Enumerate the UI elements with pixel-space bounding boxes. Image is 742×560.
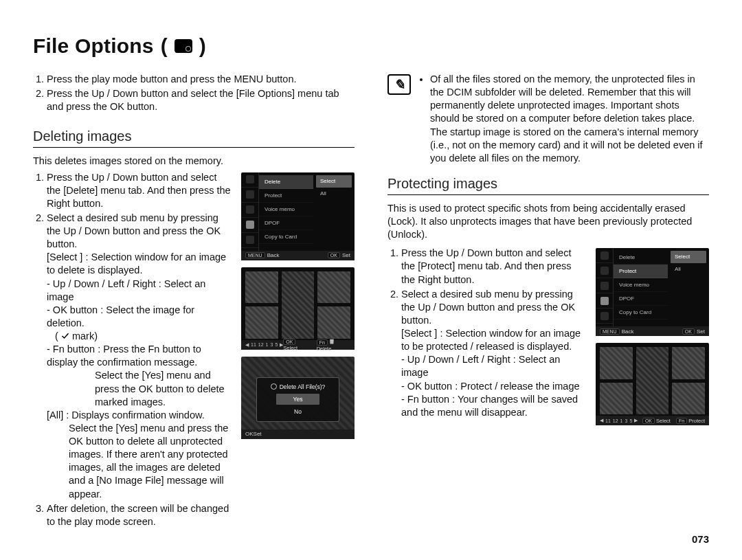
thumb-footer: ◀ 11 12 1 3 5 ▶ OK Select Fn Pr (596, 416, 709, 425)
deleting-text: Press the Up / Down button and select th… (33, 171, 233, 530)
option-select: Select (316, 175, 352, 188)
lcd-footer: MENUBack OKSet (241, 251, 355, 260)
page-num: 11 (605, 418, 611, 423)
deleting-step-1: Press the Up / Down button and select th… (47, 171, 233, 210)
note-text: Of all the files stored on the memory, t… (419, 73, 709, 165)
protecting-step-1: Press the Up / Down button and select th… (401, 247, 587, 286)
page-title-row: File Options ( ) (33, 34, 709, 58)
info-icon (271, 383, 277, 390)
tab-icon (600, 267, 609, 275)
menu-row-dpof: DPOF (614, 292, 668, 306)
protecting-fn-line: - Fn button : Your changes will be saved… (401, 393, 587, 419)
lcd-footer: MENUBack OKSet (596, 326, 709, 336)
option-all: All (316, 188, 352, 200)
page-num: 11 (251, 342, 256, 347)
set-label: Set (254, 431, 262, 437)
left-column: Press the play mode button and press the… (33, 73, 355, 530)
protecting-ok-line: - OK button : Protect / release the imag… (401, 380, 587, 393)
protecting-heading: Protecting images (387, 176, 709, 195)
ok-button-label: OK (642, 418, 655, 424)
thumbnail (245, 271, 278, 304)
deleting-ok-line-b: ( mark) (55, 330, 233, 343)
paren-open: ( (161, 34, 168, 58)
dialog-yes: Yes (276, 394, 319, 405)
dialog-no: No (257, 406, 339, 417)
lcd-menu-list: Delete Protect Voice memo DPOF Copy to C… (259, 172, 313, 251)
set-label: Set (697, 328, 705, 335)
page-number: 073 (692, 533, 709, 545)
thumbnail (600, 383, 633, 415)
protecting-step-2: Select a desired sub menu by pressing th… (401, 288, 587, 419)
deleting-ok-mark-text: mark) (72, 331, 98, 341)
lcd-delete-menu: Delete Protect Voice memo DPOF Copy to C… (241, 172, 355, 260)
thumbnail (245, 306, 278, 339)
deleting-step-2: Select a desired sub menu by pressing th… (47, 212, 233, 501)
deleting-step-2-main: Select a desired sub menu by pressing th… (47, 212, 221, 249)
ok-button-label: OK (328, 252, 340, 258)
confirm-dialog: Delete All File(s)? Yes No (256, 377, 339, 422)
back-label: Back (622, 328, 634, 335)
chevron-right-icon: ▶ (634, 418, 638, 423)
protecting-thumbnails: Delete Protect Voice memo DPOF Copy to C… (596, 248, 709, 425)
trash-icon (329, 338, 335, 344)
menu-row-protect: Protect (259, 189, 313, 203)
chevron-left-icon: ◀ (600, 418, 603, 423)
tab-icon (246, 205, 254, 214)
page-num: 3 (271, 342, 273, 347)
page-num: 1 (620, 418, 623, 423)
intro-step-1: Press the play mode button and press the… (47, 73, 355, 86)
page-numbers: ◀ 11 12 1 3 5 ▶ (245, 342, 283, 348)
lcd-thumbnail-select-protect: ◀ 11 12 1 3 5 ▶ OK Select Fn Pr (596, 343, 709, 425)
protecting-body: Press the Up / Down button and select th… (387, 247, 709, 425)
file-options-tab-icon (246, 221, 254, 229)
deleting-all-line-a: [All] : Displays confirmation window. (47, 409, 233, 422)
menu-row-delete: Delete (259, 175, 313, 189)
lcd-options: Select All (671, 251, 706, 276)
menu-row-voice-memo: Voice memo (259, 203, 313, 216)
page-num: 12 (258, 342, 264, 347)
protecting-lead: This is used to protect specific shots f… (387, 202, 709, 241)
lcd-thumbnail-select-delete: ◀ 11 12 1 3 5 ▶ OK Select Fn D (241, 267, 355, 350)
page-num: 1 (266, 342, 269, 347)
menu-row-delete: Delete (614, 251, 668, 265)
page-num: 12 (613, 418, 618, 423)
thumbnail-selected (636, 347, 669, 414)
deleting-ok-paren: ( (55, 331, 58, 341)
protecting-text: Press the Up / Down button and select th… (387, 247, 587, 421)
deleting-lead: This deletes images stored on the memory… (33, 155, 355, 168)
thumb-footer: ◀ 11 12 1 3 5 ▶ OK Select Fn D (241, 340, 355, 350)
paren-close: ) (199, 34, 206, 58)
dialog-title-text: Delete All File(s)? (280, 381, 326, 392)
option-select: Select (671, 251, 706, 263)
thumbnail (600, 347, 633, 379)
note-box: ✎ Of all the files stored on the memory,… (387, 73, 709, 165)
two-column-layout: Press the play mode button and press the… (33, 73, 709, 530)
right-column: ✎ Of all the files stored on the memory,… (387, 73, 709, 530)
note-bullet: Of all the files stored on the memory, t… (430, 73, 709, 165)
fn-button-label: Fn (317, 339, 328, 346)
checkmark-icon (61, 330, 69, 338)
deleting-nav-line: - Up / Down / Left / Right : Select an i… (47, 278, 233, 304)
intro-steps: Press the play mode button and press the… (33, 73, 355, 113)
tab-icon (600, 251, 609, 260)
protect-label: Protect (688, 418, 705, 424)
thumbnail-selected (282, 271, 315, 339)
select-label: Select (656, 418, 671, 424)
page-num: 3 (625, 418, 628, 423)
menu-row-dpof: DPOF (259, 216, 313, 230)
page: File Options ( ) Press the play mode but… (0, 0, 742, 560)
deleting-thumbnails: Delete Protect Voice memo DPOF Copy to C… (241, 172, 355, 439)
menu-row-voice-memo: Voice memo (614, 278, 668, 292)
set-label: Set (342, 252, 350, 258)
protecting-nav-line: - Up / Down / Left / Right : Select an i… (401, 353, 587, 379)
lcd-protect-menu: Delete Protect Voice memo DPOF Copy to C… (596, 248, 709, 336)
file-options-tab-icon (600, 297, 609, 305)
delete-label: Delete (317, 346, 332, 352)
file-options-icon (175, 39, 192, 53)
tab-icon (600, 282, 609, 290)
thumbnail (672, 383, 705, 415)
lcd-side-icons (596, 248, 614, 326)
menu-button-label: MENU (600, 328, 620, 335)
deleting-select-label: [Select ] : Selection window for an imag… (47, 251, 233, 277)
deleting-fn-line-a: - Fn button : Press the Fn button to dis… (47, 343, 233, 369)
